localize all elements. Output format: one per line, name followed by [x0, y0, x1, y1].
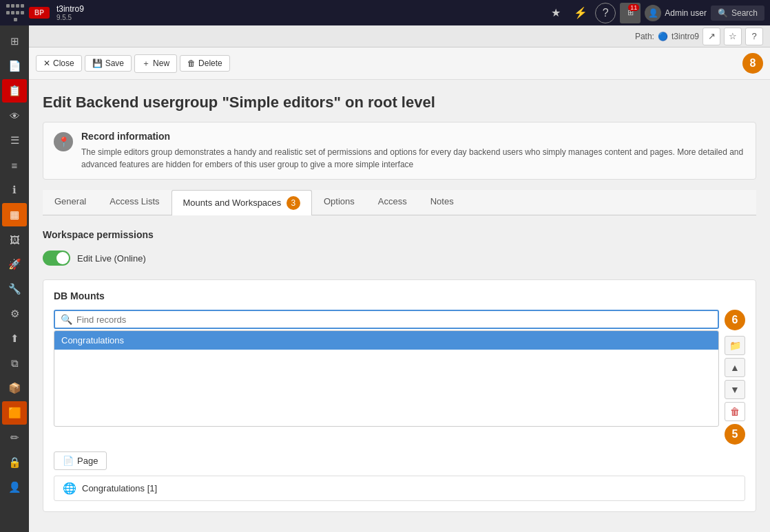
notification-icon[interactable]: ⊞ 11: [620, 3, 641, 23]
sidebar-icon-user[interactable]: 👤: [2, 476, 27, 499]
tab-general[interactable]: General: [43, 190, 98, 215]
workspace-permissions-title: Workspace permissions: [43, 229, 756, 240]
sidebar-icon-pencil[interactable]: ✏: [2, 426, 27, 449]
sidebar-icon-orange[interactable]: 🟧: [2, 401, 27, 425]
toggle-knob: [56, 252, 69, 264]
new-icon: ＋: [142, 58, 150, 70]
tab-mounts-workspaces[interactable]: Mounts and Workspaces 3: [171, 190, 312, 215]
path-help-btn[interactable]: ?: [745, 28, 763, 45]
favorites-icon[interactable]: ★: [545, 3, 566, 23]
tab-options[interactable]: Options: [312, 190, 366, 215]
close-button[interactable]: ✕ Close: [36, 55, 82, 72]
app-logo: BP: [29, 7, 50, 19]
user-avatar: 👤: [645, 5, 661, 21]
sidebar-icon-grid2[interactable]: ▦: [2, 203, 27, 226]
app-version: 9.5.5: [56, 14, 84, 21]
sidebar-icon-eye[interactable]: 👁: [2, 104, 27, 127]
sidebar-icon-upload[interactable]: ⬆: [2, 327, 27, 350]
toggle-row: Edit Live (Online): [43, 251, 756, 266]
congrats-item: 🌐 Congratulations [1]: [54, 476, 745, 501]
help-icon[interactable]: ?: [595, 3, 616, 23]
record-info-title: Record information: [81, 131, 745, 142]
sidebar-icon-lock[interactable]: 🔒: [2, 451, 27, 474]
tab-access[interactable]: Access: [366, 190, 419, 215]
app-grid-icon[interactable]: [6, 3, 25, 23]
edit-live-toggle[interactable]: [43, 251, 70, 266]
congrats-item-label: Congratulations [1]: [82, 483, 157, 493]
tabs-bar: General Access Lists Mounts and Workspac…: [43, 190, 756, 215]
left-sidebar: ⊞ 📄 📋 👁 ☰ ≡ ℹ ▦ 🖼 🚀 🔧 ⚙ ⬆ ⧉ 📦 🟧 ✏ 🔒 👤: [0, 25, 29, 532]
tab-content-mounts: Workspace permissions Edit Live (Online)…: [29, 215, 770, 532]
content-area: Path: 🔵 t3intro9 ↗ ☆ ? ✕ Close 💾 Save ＋: [29, 25, 770, 532]
top-nav: BP t3intro9 9.5.5 ★ ⚡ ? ⊞ 11 👤 Admin use…: [0, 0, 770, 25]
badge-3: 3: [287, 196, 300, 210]
find-records-input[interactable]: [76, 315, 712, 325]
folder-icon-btn[interactable]: 📁: [725, 336, 745, 355]
toolbar: ✕ Close 💾 Save ＋ New 🗑 Delete 8: [29, 47, 770, 80]
page-title: Edit Backend usergroup "Simple editors" …: [29, 80, 770, 122]
search-label: Search: [731, 8, 758, 18]
admin-user[interactable]: 👤 Admin user: [645, 5, 707, 21]
sidebar-icon-list[interactable]: ☰: [2, 129, 27, 152]
record-info-text: Record information The simple editors gr…: [81, 131, 745, 171]
save-icon: 💾: [92, 58, 103, 68]
sidebar-icon-layers[interactable]: ⧉: [2, 352, 27, 375]
path-icon: 🔵: [658, 32, 668, 41]
list-item-congratulations[interactable]: Congratulations: [54, 331, 718, 350]
trash-icon: 🗑: [730, 406, 740, 417]
globe-icon: 🌐: [63, 482, 76, 495]
sidebar-icon-list2[interactable]: ≡: [2, 153, 27, 177]
badge-8: 8: [742, 53, 763, 74]
sidebar-icon-info[interactable]: ℹ: [2, 178, 27, 202]
toggle-label: Edit Live (Online): [77, 253, 146, 264]
form-scroll: ✕ Close 💾 Save ＋ New 🗑 Delete 8: [29, 47, 770, 532]
db-mounts-title: DB Mounts: [54, 290, 745, 301]
page-button[interactable]: 📄 Page: [54, 451, 107, 470]
tab-access-lists[interactable]: Access Lists: [98, 190, 171, 215]
main-layout: ⊞ 📄 📋 👁 ☰ ≡ ℹ ▦ 🖼 🚀 🔧 ⚙ ⬆ ⧉ 📦 🟧 ✏ 🔒 👤 Pa…: [0, 25, 770, 532]
delete-icon: 🗑: [187, 58, 196, 68]
db-mounts-section: DB Mounts 🔍 Congratulations: [43, 279, 756, 512]
move-down-btn[interactable]: ▼: [725, 380, 745, 399]
notification-count: 11: [628, 4, 639, 11]
close-icon: ✕: [43, 58, 50, 68]
badge-6: 6: [725, 310, 745, 330]
sidebar-icon-grid[interactable]: ⊞: [2, 30, 27, 53]
save-button[interactable]: 💾 Save: [85, 55, 132, 72]
admin-user-label: Admin user: [665, 8, 707, 18]
sidebar-icon-file[interactable]: 📄: [2, 54, 27, 78]
search-box-nav[interactable]: 🔍 Search: [711, 6, 764, 21]
sidebar-icon-box[interactable]: 📦: [2, 376, 27, 400]
search-icon-nav: 🔍: [718, 8, 728, 18]
tab-notes[interactable]: Notes: [419, 190, 466, 215]
star-btn[interactable]: ☆: [724, 28, 742, 45]
bp-label: BP: [34, 9, 44, 17]
db-mounts-list: Congratulations: [54, 330, 719, 427]
bolt-icon[interactable]: ⚡: [570, 3, 591, 23]
path-value: t3intro9: [672, 32, 699, 41]
badge-5-bottom: 5: [725, 424, 745, 445]
record-info-panel: 📍 Record information The simple editors …: [43, 122, 756, 180]
page-btn-wrapper: 📄 Page: [54, 451, 745, 470]
db-mounts-list-area: 🔍 Congratulations: [54, 310, 719, 445]
db-mounts-inner: 🔍 Congratulations 6: [54, 310, 745, 445]
db-mounts-actions-area: 6 📁 ▲ ▼ 🗑 5: [725, 310, 745, 445]
path-bar: Path: 🔵 t3intro9 ↗ ☆ ?: [29, 25, 770, 47]
sidebar-icon-file2[interactable]: 📋: [2, 79, 27, 103]
move-up-btn[interactable]: ▲: [725, 358, 745, 377]
sidebar-icon-wrench[interactable]: 🔧: [2, 277, 27, 301]
page-icon: 📄: [63, 456, 74, 466]
delete-item-btn[interactable]: 🗑: [725, 402, 745, 421]
path-label: Path:: [635, 32, 654, 41]
sidebar-icon-gear[interactable]: ⚙: [2, 302, 27, 326]
sidebar-icon-image[interactable]: 🖼: [2, 228, 27, 251]
record-info-icon: 📍: [54, 132, 73, 151]
delete-button[interactable]: 🗑 Delete: [180, 55, 230, 72]
external-link-btn[interactable]: ↗: [703, 28, 720, 45]
sidebar-icon-rocket[interactable]: 🚀: [2, 253, 27, 276]
new-button[interactable]: ＋ New: [134, 54, 177, 73]
record-info-description: The simple editors group demonstrates a …: [81, 146, 745, 171]
app-name: t3intro9: [56, 4, 84, 14]
search-icon: 🔍: [61, 314, 72, 325]
db-mounts-search[interactable]: 🔍: [54, 310, 719, 329]
